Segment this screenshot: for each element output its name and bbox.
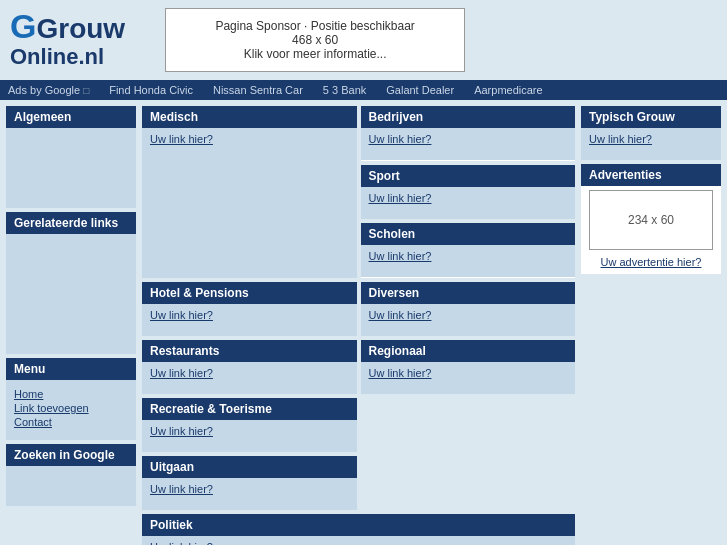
category-bedrijven-link[interactable]: Uw link hier? [369, 133, 432, 145]
category-sport-header: Sport [361, 165, 576, 187]
sponsor-line1: Pagina Sponsor · Positie beschikbaar [186, 19, 444, 33]
adbar-link-5[interactable]: Aarpmedicare [474, 84, 542, 96]
category-diversen-link[interactable]: Uw link hier? [369, 309, 432, 321]
menu-link-toevoegen[interactable]: Link toevoegen [14, 402, 128, 414]
right-typisch-header: Typisch Grouw [581, 106, 721, 128]
ad-link[interactable]: Uw advertentie hier? [581, 254, 721, 274]
category-scholen-header: Scholen [361, 223, 576, 245]
adbar: Ads by Google □ Find Honda Civic Nissan … [0, 80, 727, 100]
ads-label: Ads by Google [8, 84, 80, 96]
sidebar-algemeen-header: Algemeen [6, 106, 136, 128]
logo-g: G [10, 7, 36, 45]
category-medisch: Medisch Uw link hier? [142, 106, 357, 278]
category-bedrijven-content: Uw link hier? [361, 128, 576, 160]
category-politiek-link[interactable]: Uw link hier? [150, 541, 213, 545]
adbar-link-3[interactable]: 5 3 Bank [323, 84, 366, 96]
sidebar-menu-content: Home Link toevoegen Contact [6, 380, 136, 440]
menu-home[interactable]: Home [14, 388, 128, 400]
sidebar-zoeken-header: Zoeken in Google [6, 444, 136, 466]
adbar-link-1[interactable]: Find Honda Civic [109, 84, 193, 96]
category-scholen-content: Uw link hier? [361, 245, 576, 277]
sidebar-gerelateerde-header: Gerelateerde links [6, 212, 136, 234]
sidebar-gerelateerde-content [6, 234, 136, 354]
category-restaurants-link[interactable]: Uw link hier? [150, 367, 213, 379]
category-politiek-content: Uw link hier? [142, 536, 575, 545]
category-scholen-link[interactable]: Uw link hier? [369, 250, 432, 262]
sidebar-menu-header: Menu [6, 358, 136, 380]
right-typisch: Typisch Grouw Uw link hier? [581, 106, 721, 160]
right-advertenties-content: 234 x 60 Uw advertentie hier? [581, 190, 721, 274]
category-recreatie: Recreatie & Toerisme Uw link hier? [142, 398, 357, 452]
sidebar-zoeken: Zoeken in Google [6, 444, 136, 506]
category-uitgaan-link[interactable]: Uw link hier? [150, 483, 213, 495]
category-politiek-header: Politiek [142, 514, 575, 536]
logo: GGrouw Online.nl [10, 8, 125, 70]
right-typisch-link[interactable]: Uw link hier? [589, 133, 652, 145]
category-regionaal-link[interactable]: Uw link hier? [369, 367, 432, 379]
category-diversen-header: Diversen [361, 282, 576, 304]
adbar-link-4[interactable]: Galant Dealer [386, 84, 454, 96]
adbar-link-2[interactable]: Nissan Sentra Car [213, 84, 303, 96]
menu-contact[interactable]: Contact [14, 416, 128, 428]
sidebar-zoeken-content [6, 466, 136, 506]
category-medisch-header: Medisch [142, 106, 357, 128]
category-bedrijven-header: Bedrijven [361, 106, 576, 128]
ad-size: 234 x 60 [628, 213, 674, 227]
logo-line2: Online.nl [10, 45, 125, 69]
category-regionaal: Regionaal Uw link hier? [361, 340, 576, 394]
right-advertenties: Advertenties 234 x 60 Uw advertentie hie… [581, 164, 721, 274]
category-restaurants-header: Restaurants [142, 340, 357, 362]
sponsor-dimensions: 468 x 60 [186, 33, 444, 47]
category-regionaal-header: Regionaal [361, 340, 576, 362]
center-grid: Medisch Uw link hier? Bedrijven Uw link … [142, 106, 575, 545]
category-hotel-link[interactable]: Uw link hier? [150, 309, 213, 321]
logo-line1: Grouw [36, 13, 125, 44]
category-recreatie-link[interactable]: Uw link hier? [150, 425, 213, 437]
category-restaurants: Restaurants Uw link hier? [142, 340, 357, 394]
category-medisch-link[interactable]: Uw link hier? [150, 133, 213, 145]
category-uitgaan: Uitgaan Uw link hier? [142, 456, 357, 510]
ad-box[interactable]: 234 x 60 [589, 190, 713, 250]
ads-icon: □ [83, 85, 89, 96]
category-restaurants-content: Uw link hier? [142, 362, 357, 394]
sponsor-box[interactable]: Pagina Sponsor · Positie beschikbaar 468… [165, 8, 465, 72]
category-uitgaan-content: Uw link hier? [142, 478, 357, 510]
category-regionaal-content: Uw link hier? [361, 362, 576, 394]
category-diversen-content: Uw link hier? [361, 304, 576, 336]
category-diversen: Diversen Uw link hier? [361, 282, 576, 336]
sidebar-menu: Menu Home Link toevoegen Contact [6, 358, 136, 440]
sidebar-gerelateerde: Gerelateerde links [6, 212, 136, 354]
category-bedrijven: Bedrijven Uw link hier? [361, 106, 576, 161]
sidebar-algemeen-content [6, 128, 136, 208]
category-medisch-content: Uw link hier? [142, 128, 357, 278]
ads-by-google: Ads by Google □ [8, 84, 89, 96]
category-sport-link[interactable]: Uw link hier? [369, 192, 432, 204]
category-scholen: Scholen Uw link hier? [361, 223, 576, 278]
sidebar-algemeen: Algemeen [6, 106, 136, 208]
category-sport: Sport Uw link hier? [361, 165, 576, 220]
category-hotel-content: Uw link hier? [142, 304, 357, 336]
header: GGrouw Online.nl Pagina Sponsor · Positi… [0, 0, 727, 80]
category-hotel: Hotel & Pensions Uw link hier? [142, 282, 357, 336]
category-recreatie-content: Uw link hier? [142, 420, 357, 452]
category-sport-content: Uw link hier? [361, 187, 576, 219]
category-politiek: Politiek Uw link hier? [142, 514, 575, 545]
right-typisch-content: Uw link hier? [581, 128, 721, 160]
category-hotel-header: Hotel & Pensions [142, 282, 357, 304]
right-sidebar: Typisch Grouw Uw link hier? Advertenties… [581, 106, 721, 545]
category-uitgaan-header: Uitgaan [142, 456, 357, 478]
category-recreatie-header: Recreatie & Toerisme [142, 398, 357, 420]
sponsor-cta: Klik voor meer informatie... [186, 47, 444, 61]
main-layout: Algemeen Gerelateerde links Menu Home Li… [0, 100, 727, 545]
right-advertenties-header: Advertenties [581, 164, 721, 186]
sidebar: Algemeen Gerelateerde links Menu Home Li… [6, 106, 136, 545]
